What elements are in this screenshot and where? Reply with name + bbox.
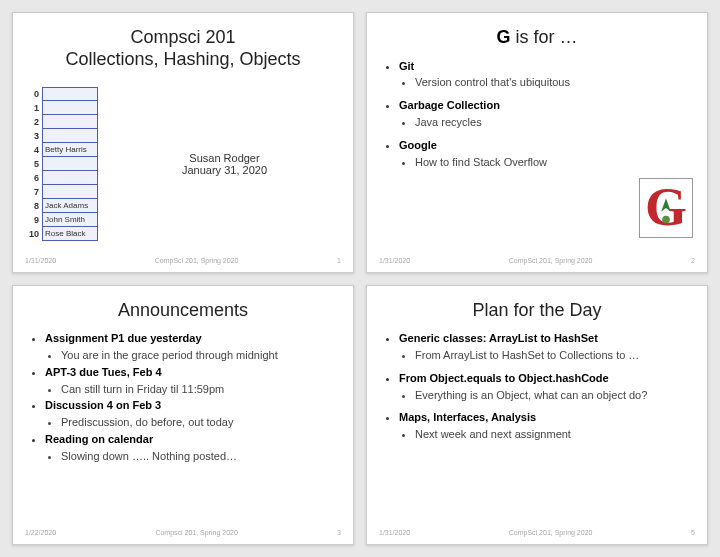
sub-bullet: From ArrayList to HashSet to Collections…: [415, 348, 695, 363]
bullet-item: From Object.equals to Object.hashCodeEve…: [399, 371, 695, 403]
bullet-item: GitVersion control that's ubiquitous: [399, 59, 695, 91]
footer-course: CompSci 201, Spring 2020: [155, 257, 239, 264]
sub-bullet: Next week and next assignment: [415, 427, 695, 442]
bullet-head: Git: [399, 60, 414, 72]
array-index: 8: [25, 201, 39, 211]
array-row: 5: [25, 157, 98, 171]
bullet-item: GoogleHow to find Stack Overflow: [399, 138, 695, 170]
array-index: 5: [25, 159, 39, 169]
array-row: 6: [25, 171, 98, 185]
array-row: 7: [25, 185, 98, 199]
author-block: Susan Rodger January 31, 2020: [108, 152, 341, 176]
array-index: 7: [25, 187, 39, 197]
sub-bullet: Prediscussion, do before, out today: [61, 415, 341, 430]
footer-page: 1: [337, 257, 341, 264]
bullet-head: Generic classes: ArrayList to HashSet: [399, 332, 598, 344]
array-index: 3: [25, 131, 39, 141]
array-row: 3: [25, 129, 98, 143]
sub-list: Slowing down ….. Nothing posted…: [45, 449, 341, 464]
svg-point-1: [662, 215, 670, 223]
sub-list: Next week and next assignment: [399, 427, 695, 442]
bullet-head: Discussion 4 on Feb 3: [45, 399, 161, 411]
array-index: 1: [25, 103, 39, 113]
array-cell: [42, 101, 98, 115]
slide-footer: 1/22/2020 Compsci 201, Spring 2020 3: [25, 529, 341, 536]
sub-list: Can still turn in Friday til 11:59pm: [45, 382, 341, 397]
array-row: 8Jack Adams: [25, 199, 98, 213]
bullet-item: Reading on calendarSlowing down ….. Noth…: [45, 432, 341, 464]
array-index: 10: [25, 229, 39, 239]
array-cell: John Smith: [42, 213, 98, 227]
array-cell: Betty Harris: [42, 143, 98, 157]
title-suffix: is for …: [511, 27, 578, 47]
slide-2: G is for … GitVersion control that's ubi…: [366, 12, 708, 273]
array-index: 0: [25, 89, 39, 99]
array-index: 6: [25, 173, 39, 183]
lecture-date: January 31, 2020: [108, 164, 341, 176]
array-cell: Jack Adams: [42, 199, 98, 213]
array-cell: [42, 185, 98, 199]
footer-course: CompSci 201, Spring 2020: [509, 257, 593, 264]
sub-list: Prediscussion, do before, out today: [45, 415, 341, 430]
slide-body: Assignment P1 due yesterdayYou are in th…: [25, 329, 341, 523]
bullet-item: Maps, Interfaces, AnalysisNext week and …: [399, 410, 695, 442]
array-cell: [42, 87, 98, 101]
bullet-head: Reading on calendar: [45, 433, 153, 445]
bullet-item: Discussion 4 on Feb 3Prediscussion, do b…: [45, 398, 341, 430]
footer-course: Compsci 201, Spring 2020: [155, 529, 238, 536]
sub-bullet: How to find Stack Overflow: [415, 155, 695, 170]
letter-g-graphic: G: [639, 178, 693, 238]
array-row: 0: [25, 87, 98, 101]
array-index: 9: [25, 215, 39, 225]
array-cell: [42, 129, 98, 143]
author-name: Susan Rodger: [108, 152, 341, 164]
slide-title: Plan for the Day: [379, 300, 695, 322]
bullet-list: Generic classes: ArrayList to HashSetFro…: [379, 331, 695, 442]
hash-table-diagram: 01234Betty Harris5678Jack Adams9John Smi…: [25, 87, 98, 241]
array-row: 9John Smith: [25, 213, 98, 227]
sub-list: Version control that's ubiquitous: [399, 75, 695, 90]
footer-page: 3: [337, 529, 341, 536]
footer-date: 1/31/2020: [25, 257, 56, 264]
sub-bullet: You are in the grace period through midn…: [61, 348, 341, 363]
array-row: 2: [25, 115, 98, 129]
footer-date: 1/22/2020: [25, 529, 56, 536]
slide-title: G is for …: [379, 27, 695, 49]
bullet-item: Generic classes: ArrayList to HashSetFro…: [399, 331, 695, 363]
bullet-item: Assignment P1 due yesterdayYou are in th…: [45, 331, 341, 363]
title-prefix: G: [496, 27, 510, 47]
sub-list: From ArrayList to HashSet to Collections…: [399, 348, 695, 363]
slide-footer: 1/31/2020 CompSci 201, Spring 2020 2: [379, 257, 695, 264]
bullet-head: Maps, Interfaces, Analysis: [399, 411, 536, 423]
bullet-list: GitVersion control that's ubiquitousGarb…: [379, 59, 695, 170]
slide-body: Generic classes: ArrayList to HashSetFro…: [379, 329, 695, 523]
array-index: 2: [25, 117, 39, 127]
slide-1: Compsci 201 Collections, Hashing, Object…: [12, 12, 354, 273]
array-row: 4Betty Harris: [25, 143, 98, 157]
array-row: 1: [25, 101, 98, 115]
bullet-head: Assignment P1 due yesterday: [45, 332, 202, 344]
slide-footer: 1/31/2020 CompSci 201, Spring 2020 1: [25, 257, 341, 264]
array-index: 4: [25, 145, 39, 155]
slide-footer: 1/31/2020 CompSci 201, Spring 2020 5: [379, 529, 695, 536]
sub-list: How to find Stack Overflow: [399, 155, 695, 170]
footer-date: 1/31/2020: [379, 529, 410, 536]
sub-list: Java recycles: [399, 115, 695, 130]
sub-list: You are in the grace period through midn…: [45, 348, 341, 363]
bullet-head: Garbage Collection: [399, 99, 500, 111]
sub-list: Everything is an Object, what can an obj…: [399, 388, 695, 403]
footer-page: 2: [691, 257, 695, 264]
slide-3: Announcements Assignment P1 due yesterda…: [12, 285, 354, 546]
bullet-item: Garbage CollectionJava recycles: [399, 98, 695, 130]
slide-title: Compsci 201 Collections, Hashing, Object…: [25, 27, 341, 70]
bullet-head: APT-3 due Tues, Feb 4: [45, 366, 162, 378]
array-cell: [42, 157, 98, 171]
footer-page: 5: [691, 529, 695, 536]
bullet-list: Assignment P1 due yesterdayYou are in th…: [25, 331, 341, 464]
bullet-head: Google: [399, 139, 437, 151]
bullet-head: From Object.equals to Object.hashCode: [399, 372, 609, 384]
slide-body: 01234Betty Harris5678Jack Adams9John Smi…: [25, 78, 341, 250]
slide-title: Announcements: [25, 300, 341, 322]
array-cell: [42, 115, 98, 129]
footer-date: 1/31/2020: [379, 257, 410, 264]
